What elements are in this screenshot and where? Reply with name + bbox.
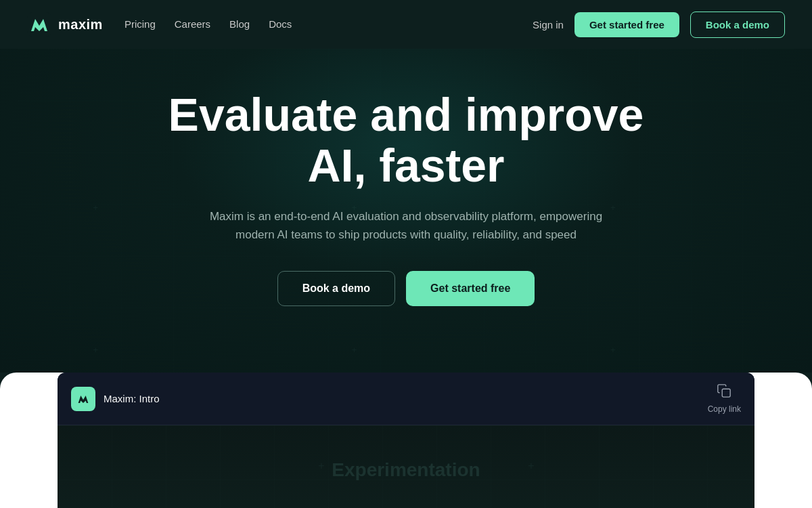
nav-item-careers[interactable]: Careers: [175, 18, 210, 30]
video-container: Maxim: Intro Copy link: [58, 373, 754, 508]
nav-link-docs[interactable]: Docs: [269, 18, 292, 30]
bottom-section: Maxim: Intro Copy link: [0, 373, 812, 508]
nav-item-docs[interactable]: Docs: [269, 18, 292, 30]
logo-text: maxim: [58, 17, 103, 33]
video-header: Maxim: Intro Copy link: [58, 373, 754, 425]
svg-rect-10: [723, 389, 731, 397]
copy-link-area[interactable]: Copy link: [708, 383, 741, 414]
nav-link-pricing[interactable]: Pricing: [125, 18, 156, 30]
get-started-hero-button[interactable]: Get started free: [406, 271, 535, 306]
nav-links: Pricing Careers Blog Docs: [125, 18, 292, 30]
svg-marker-9: [78, 396, 89, 403]
video-logo-icon: [76, 391, 91, 406]
navbar: maxim Pricing Careers Blog Docs Sign in …: [0, 0, 812, 49]
copy-icon: [717, 383, 731, 402]
experimentation-label: Experimentation: [332, 459, 480, 481]
nav-item-pricing[interactable]: Pricing: [125, 18, 156, 30]
hero-title: Evaluate and improve AI, faster: [135, 89, 677, 191]
logo-link[interactable]: maxim: [27, 12, 103, 37]
svg-text:+: +: [318, 460, 324, 471]
copy-link-label: Copy link: [708, 404, 741, 414]
svg-rect-0: [27, 12, 51, 37]
svg-text:+: +: [528, 460, 534, 471]
hero-buttons: Book a demo Get started free: [277, 271, 535, 306]
logo-icon: [27, 12, 51, 37]
video-title: Maxim: Intro: [104, 393, 160, 404]
nav-right: Sign in Get started free Book a demo: [533, 12, 785, 38]
nav-left: maxim Pricing Careers Blog Docs: [27, 12, 292, 37]
nav-link-careers[interactable]: Careers: [175, 18, 210, 30]
video-content: + + Experimentation: [58, 425, 754, 508]
nav-item-blog[interactable]: Blog: [229, 18, 250, 30]
get-started-nav-button[interactable]: Get started free: [574, 12, 679, 37]
hero-subtitle: Maxim is an end-to-end AI evaluation and…: [196, 207, 616, 244]
hero-section: + + + + + + Evaluate and improve AI, fas…: [0, 49, 812, 373]
book-demo-nav-button[interactable]: Book a demo: [690, 12, 785, 38]
sign-in-button[interactable]: Sign in: [533, 19, 564, 30]
nav-link-blog[interactable]: Blog: [229, 18, 250, 30]
hero-content: Evaluate and improve AI, faster Maxim is…: [0, 49, 812, 333]
video-logo: [71, 387, 95, 411]
video-title-area: Maxim: Intro: [71, 387, 160, 411]
book-demo-hero-button[interactable]: Book a demo: [277, 271, 395, 306]
